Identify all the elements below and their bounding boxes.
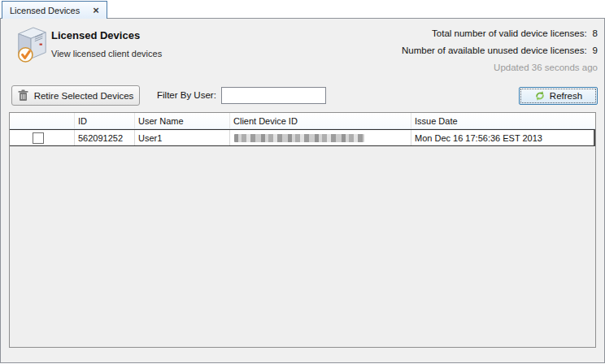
licensed-device-server-icon [15,25,49,64]
close-icon[interactable]: × [93,5,99,15]
page-subtitle: View licensed client devices [51,49,162,58]
checkbox-cell [10,130,75,145]
valid-licenses-value: 8 [593,28,598,38]
user-name-cell: User1 [135,130,230,145]
column-header-client-device-id[interactable]: Client Device ID [230,113,411,128]
retire-button-label: Retire Selected Devices [34,91,134,101]
id-cell: 562091252 [75,130,135,145]
refresh-button-label: Refresh [550,91,582,101]
retire-selected-devices-button[interactable]: Retire Selected Devices [11,85,140,106]
refresh-button[interactable]: Refresh [519,87,598,105]
refresh-arrows-icon [534,90,546,102]
content-panel: Licensed Devices View licensed client de… [0,18,605,363]
tab-licensed-devices[interactable]: Licensed Devices × [2,1,107,19]
column-header-id[interactable]: ID [75,113,135,128]
redacted-client-device-id [234,134,364,142]
licensed-devices-table: ID User Name Client Device ID Issue Date… [9,112,596,348]
row-checkbox[interactable] [33,132,44,144]
column-header-checkbox[interactable] [10,113,75,128]
tab-bar: Licensed Devices × [0,0,605,19]
updated-timestamp: Updated 36 seconds ago [402,63,598,72]
filter-by-user-label: Filter By User: [157,90,216,100]
filter-by-user-input[interactable] [221,87,326,104]
table-header-row: ID User Name Client Device ID Issue Date [10,113,595,129]
column-header-issue-date[interactable]: Issue Date [411,113,595,128]
valid-licenses-label: Total number of valid device licenses: [432,28,587,38]
table-row[interactable]: 562091252 User1 Mon Dec 16 17:56:36 EST … [10,129,595,146]
license-stats: Total number of valid device licenses:8 … [402,28,598,72]
unused-licenses-label: Number of available unused device licens… [402,46,587,55]
valid-licenses-stat: Total number of valid device licenses:8 [402,28,598,38]
unused-licenses-value: 9 [593,46,598,55]
issue-date-cell: Mon Dec 16 17:56:36 EST 2013 [411,130,594,145]
client-device-id-cell [230,130,411,145]
page-title: Licensed Devices [51,29,140,41]
tab-label: Licensed Devices [10,6,80,15]
unused-licenses-stat: Number of available unused device licens… [402,46,598,55]
trash-icon [18,89,28,102]
column-header-user-name[interactable]: User Name [135,113,230,128]
licensed-devices-window: Licensed Devices × Licensed Devices View… [0,0,605,364]
